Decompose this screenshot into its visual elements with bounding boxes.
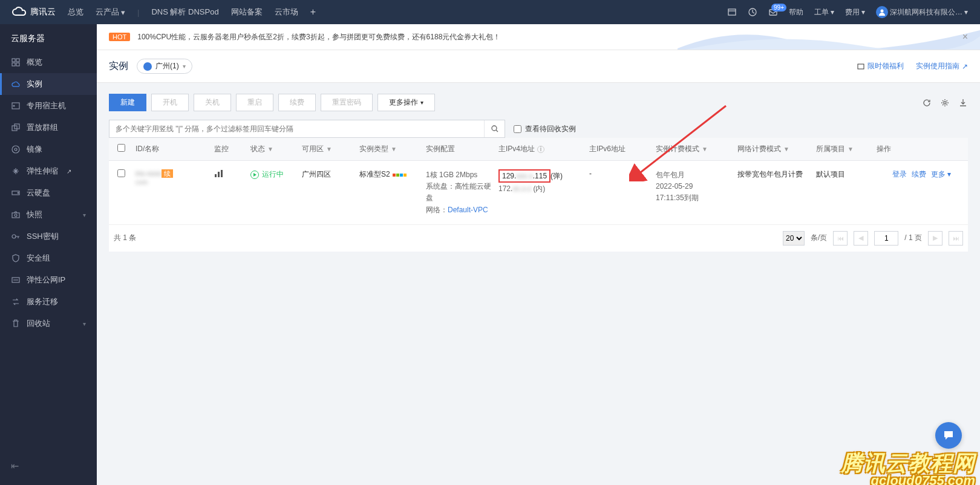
op-login[interactable]: 登录 bbox=[892, 169, 907, 180]
recycle-checkbox[interactable]: 查看待回收实例 bbox=[514, 124, 576, 134]
th-zone[interactable]: 可用区▼ bbox=[298, 144, 356, 154]
cloud-logo-icon bbox=[12, 5, 27, 19]
promo-link[interactable]: 限时领福利 bbox=[857, 61, 904, 71]
action-bar: 新建 开机 关机 重启 续费 重置密码 更多操作▾ bbox=[109, 94, 968, 111]
page-size-select[interactable]: 20 bbox=[783, 231, 805, 246]
svg-point-15 bbox=[18, 192, 19, 194]
pager-first[interactable]: ⏮ bbox=[833, 231, 848, 246]
public-ip-highlight: 129.xxx.x.115 bbox=[498, 169, 550, 183]
sidebar-item-eip[interactable]: 弹性公网IP bbox=[0, 269, 97, 291]
th-status[interactable]: 状态▼ bbox=[247, 144, 298, 154]
svg-rect-4 bbox=[12, 59, 15, 62]
network-link[interactable]: Default-VPC bbox=[448, 206, 488, 214]
svg-point-17 bbox=[15, 214, 17, 216]
chevron-down-icon: ▾ bbox=[121, 8, 125, 17]
resetpw-button[interactable]: 重置密码 bbox=[321, 94, 373, 111]
search-box bbox=[109, 120, 505, 138]
nav-fee[interactable]: 费用▾ bbox=[845, 7, 865, 18]
sidebar-item-recycle[interactable]: 回收站▾ bbox=[0, 313, 97, 334]
stop-button[interactable]: 关机 bbox=[194, 94, 231, 111]
svg-rect-0 bbox=[728, 9, 736, 15]
op-renew[interactable]: 续费 bbox=[912, 169, 926, 180]
svg-rect-16 bbox=[12, 213, 19, 218]
guide-link[interactable]: 实例使用指南 ↗ bbox=[916, 61, 968, 71]
banner-bg-wave bbox=[678, 24, 980, 50]
sidebar-item-sg[interactable]: 安全组 bbox=[0, 247, 97, 269]
cell-ops: 登录 续费 更多 ▾ bbox=[873, 169, 963, 180]
cell-type: 标准型S2 bbox=[356, 169, 422, 180]
nav-add[interactable]: + bbox=[310, 7, 316, 18]
chevron-down-icon: ▾ bbox=[420, 99, 423, 106]
sidebar-item-image[interactable]: 镜像 bbox=[0, 138, 97, 160]
info-icon[interactable]: i bbox=[537, 146, 544, 153]
select-all-checkbox[interactable] bbox=[117, 144, 125, 152]
key-icon bbox=[11, 232, 21, 241]
trash-icon bbox=[11, 319, 21, 328]
create-button[interactable]: 新建 bbox=[109, 94, 146, 111]
start-button[interactable]: 开机 bbox=[151, 94, 189, 111]
refresh-icon[interactable] bbox=[922, 98, 932, 108]
cell-billing: 包年包月2022-05-2917:11:35到期 bbox=[652, 169, 734, 204]
region-selector[interactable]: 广州(1) ▾ bbox=[137, 59, 192, 74]
nav-overview[interactable]: 总览 bbox=[68, 7, 83, 18]
nav-workorder[interactable]: 工单▾ bbox=[814, 7, 834, 18]
scale-icon bbox=[11, 166, 21, 176]
close-icon[interactable]: × bbox=[962, 31, 968, 42]
more-actions-button[interactable]: 更多操作▾ bbox=[377, 94, 435, 111]
gear-icon[interactable] bbox=[940, 98, 950, 108]
search-input[interactable] bbox=[109, 120, 484, 137]
sidebar-item-overview[interactable]: 概览 bbox=[0, 51, 97, 73]
nav-market[interactable]: 云市场 bbox=[275, 7, 298, 18]
th-project[interactable]: 所属项目▼ bbox=[812, 144, 873, 154]
cell-monitor[interactable] bbox=[211, 169, 247, 180]
pager-last[interactable]: ⏭ bbox=[949, 231, 963, 246]
svg-point-12 bbox=[12, 146, 19, 153]
pager-next[interactable]: ▶ bbox=[928, 231, 942, 246]
row-checkbox[interactable] bbox=[117, 169, 125, 177]
pager-prev[interactable]: ◀ bbox=[854, 231, 868, 246]
page-input[interactable] bbox=[874, 231, 898, 246]
cell-ipv6: - bbox=[586, 169, 652, 178]
chat-bubble-button[interactable] bbox=[935, 422, 962, 449]
sidebar-item-ssh[interactable]: SSH密钥 bbox=[0, 226, 97, 247]
search-button[interactable] bbox=[484, 120, 505, 137]
sidebar-item-dedicated[interactable]: 专用宿主机 bbox=[0, 95, 97, 117]
th-netbill[interactable]: 网络计费模式▼ bbox=[734, 144, 812, 154]
separator: | bbox=[137, 8, 139, 17]
collapse-sidebar-icon[interactable]: ⇤ bbox=[11, 460, 19, 472]
restart-button[interactable]: 重启 bbox=[236, 94, 273, 111]
nav-help[interactable]: 帮助 bbox=[789, 7, 803, 18]
disc-icon bbox=[11, 145, 21, 154]
brand-logo[interactable]: 腾讯云 bbox=[12, 5, 56, 19]
hot-tag: HOT bbox=[109, 33, 130, 41]
sidebar-item-disk[interactable]: 云硬盘 bbox=[0, 182, 97, 204]
th-billing[interactable]: 实例计费模式▼ bbox=[652, 144, 734, 154]
nav-notify-icon[interactable]: 99+ bbox=[768, 7, 778, 17]
nav-beian[interactable]: 网站备案 bbox=[231, 7, 263, 18]
th-id: ID/名称 bbox=[132, 144, 211, 154]
nav-products[interactable]: 云产品▾ bbox=[96, 7, 125, 18]
notification-badge: 99+ bbox=[771, 4, 786, 11]
page-header: 实例 广州(1) ▾ 限时领福利 实例使用指南 ↗ bbox=[97, 50, 980, 83]
sidebar-item-autoscale[interactable]: 弹性伸缩↗ bbox=[0, 160, 97, 182]
nav-dnspod[interactable]: DNS 解析 DNSPod bbox=[151, 7, 218, 18]
nav-clock-icon[interactable] bbox=[748, 7, 757, 17]
filter-icon: ▼ bbox=[326, 146, 332, 152]
th-ops: 操作 bbox=[873, 144, 963, 154]
sidebar-item-migrate[interactable]: 服务迁移 bbox=[0, 291, 97, 313]
sidebar-item-placement[interactable]: 置放群组 bbox=[0, 117, 97, 138]
th-config: 实例配置 bbox=[422, 144, 495, 154]
nav-range-icon[interactable] bbox=[727, 7, 737, 17]
nav-account[interactable]: 深圳航网科技有限公…▾ bbox=[876, 6, 968, 18]
sidebar-item-instance[interactable]: 实例 bbox=[0, 73, 97, 95]
table-row: ins-xxxx续 cvm 运行中 广州四区 标准型S2 1核 1GB 2Mbp… bbox=[109, 161, 968, 225]
op-more[interactable]: 更多 ▾ bbox=[931, 169, 951, 180]
sidebar-item-snapshot[interactable]: 快照▾ bbox=[0, 204, 97, 226]
renew-button[interactable]: 续费 bbox=[278, 94, 316, 111]
svg-point-18 bbox=[12, 235, 16, 238]
th-type[interactable]: 实例类型▼ bbox=[356, 144, 422, 154]
banner-text: 100%CPU性能，云服务器老用户秒杀低至2折，续费3折起，参与拼团更可免费续费… bbox=[137, 32, 500, 42]
download-icon[interactable] bbox=[958, 98, 968, 108]
watermark: 腾讯云教程网 qcloud0755.com bbox=[841, 452, 975, 485]
search-icon bbox=[491, 125, 499, 133]
